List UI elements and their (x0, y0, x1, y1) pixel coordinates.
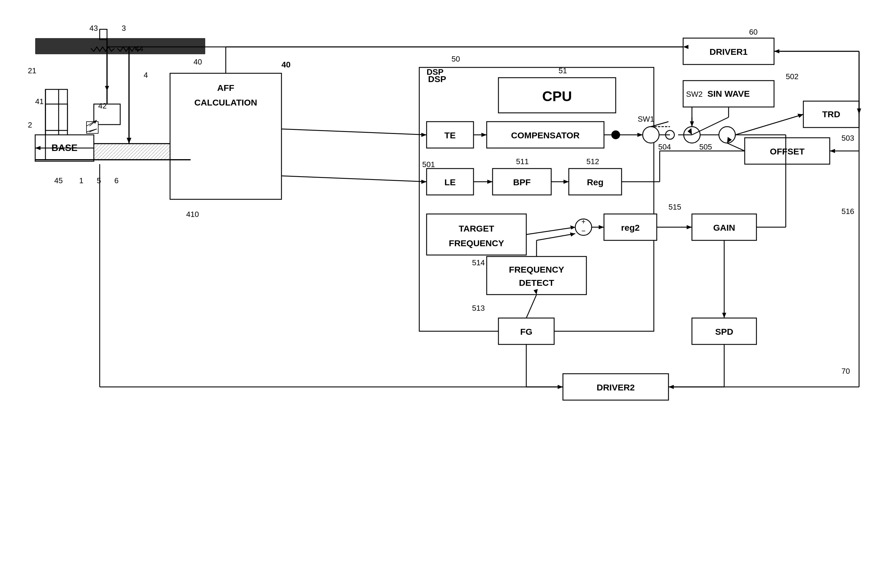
svg-point-172 (613, 133, 618, 137)
svg-text:6: 6 (114, 176, 119, 185)
svg-text:515: 515 (669, 203, 681, 211)
svg-text:CPU: CPU (542, 88, 572, 104)
svg-text:514: 514 (472, 258, 485, 267)
svg-text:513: 513 (472, 304, 485, 312)
svg-text:SPD: SPD (715, 327, 733, 337)
svg-text:21: 21 (28, 66, 37, 75)
svg-text:SIN WAVE: SIN WAVE (707, 89, 750, 99)
svg-text:3: 3 (122, 24, 126, 32)
svg-text:40: 40 (194, 58, 202, 66)
svg-text:4: 4 (144, 71, 148, 79)
svg-rect-11 (46, 104, 67, 131)
svg-point-63 (643, 126, 659, 143)
svg-text:OFFSET: OFFSET (770, 146, 805, 156)
svg-text:2: 2 (28, 120, 32, 129)
svg-point-82 (719, 126, 735, 143)
svg-text:GAIN: GAIN (713, 223, 735, 232)
svg-text:TE: TE (445, 131, 456, 140)
svg-text:FG: FG (520, 327, 532, 337)
svg-text:SW2: SW2 (686, 90, 702, 99)
diagram-container: BASE AFF CALCULATION DSP CPU DRIVER1 SIN… (0, 0, 896, 588)
svg-text:FREQUENCY: FREQUENCY (509, 265, 564, 274)
svg-text:44: 44 (135, 44, 143, 53)
svg-rect-47 (427, 214, 526, 255)
svg-rect-50 (487, 256, 587, 295)
svg-text:FREQUENCY: FREQUENCY (449, 238, 504, 248)
svg-text:511: 511 (516, 157, 529, 166)
svg-text:60: 60 (749, 27, 757, 37)
svg-text:503: 503 (841, 134, 854, 142)
svg-text:43: 43 (90, 24, 98, 32)
svg-text:Reg: Reg (587, 177, 604, 187)
svg-text:1: 1 (79, 176, 83, 185)
svg-text:AFF: AFF (217, 83, 234, 93)
svg-text:5: 5 (97, 176, 101, 185)
svg-text:CALCULATION: CALCULATION (194, 97, 257, 107)
svg-text:reg2: reg2 (621, 223, 640, 232)
svg-text:DRIVER2: DRIVER2 (597, 382, 635, 392)
svg-text:+: + (581, 218, 585, 225)
svg-text:502: 502 (786, 72, 798, 81)
svg-text:505: 505 (699, 142, 712, 151)
svg-text:BPF: BPF (513, 177, 531, 187)
svg-text:DSP: DSP (427, 67, 443, 76)
svg-text:512: 512 (587, 157, 599, 166)
svg-text:42: 42 (98, 101, 107, 110)
svg-text:516: 516 (841, 207, 854, 216)
svg-text:DRIVER1: DRIVER1 (710, 47, 748, 56)
svg-text:DETECT: DETECT (519, 278, 554, 288)
svg-text:41: 41 (35, 97, 44, 106)
svg-text:−: − (581, 227, 585, 235)
svg-text:504: 504 (658, 142, 671, 151)
svg-text:501: 501 (422, 160, 435, 169)
svg-text:70: 70 (841, 367, 850, 375)
svg-text:50: 50 (451, 55, 460, 63)
svg-text:410: 410 (186, 210, 199, 219)
svg-text:SW1: SW1 (638, 114, 654, 123)
svg-text:LE: LE (445, 177, 456, 187)
svg-text:51: 51 (559, 66, 567, 75)
svg-text:COMPENSATOR: COMPENSATOR (511, 131, 580, 140)
svg-text:40: 40 (282, 60, 291, 69)
svg-text:TARGET: TARGET (459, 224, 494, 233)
svg-text:45: 45 (54, 176, 63, 185)
svg-text:TRD: TRD (822, 109, 840, 119)
